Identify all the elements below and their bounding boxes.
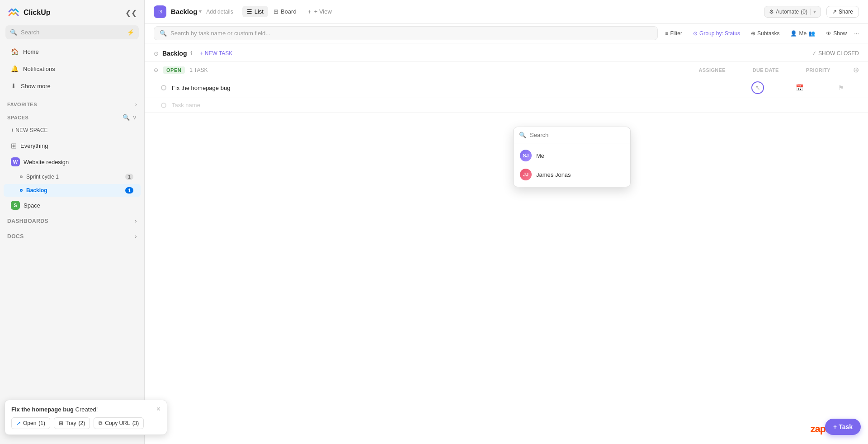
toast-open-count: (1) <box>38 420 45 426</box>
task-name: Fix the homepage bug <box>172 85 734 91</box>
board-icon: ⊞ <box>274 8 278 15</box>
more-options-button[interactable]: ··· <box>854 30 859 37</box>
sprint-dot-icon <box>20 175 23 178</box>
main-content: ⊡ Backlog ▾ Add details ☰ List ⊞ Board ＋… <box>145 0 868 444</box>
add-column-button[interactable]: ⊕ <box>853 66 859 74</box>
sidebar-item-sprint-cycle[interactable]: Sprint cycle 1 1 <box>4 170 141 183</box>
new-space-button[interactable]: + NEW SPACE <box>4 124 141 136</box>
person-icon: 👤 <box>790 30 797 37</box>
add-details-link[interactable]: Add details <box>206 9 233 15</box>
spaces-label: SPACES <box>7 115 28 120</box>
toast-title: Fix the homepage bug Created! <box>11 406 98 414</box>
sidebar: ClickUp ❮❮ 🔍 Search ⚡ 🏠 Home 🔔 Notificat… <box>0 0 145 444</box>
show-closed-button[interactable]: ✓ SHOW CLOSED <box>812 50 859 57</box>
task-group-header: ⊙ OPEN 1 TASK ASSIGNEE DUE DATE PRIORITY… <box>145 61 868 78</box>
sidebar-item-show-more[interactable]: ⬇ Show more <box>4 78 141 94</box>
task-row[interactable]: Task name <box>145 98 868 113</box>
group-collapse-icon[interactable]: ⊙ <box>154 67 158 73</box>
clickup-logo-icon <box>7 6 20 19</box>
share-label: Share <box>839 9 853 15</box>
add-view-icon: ＋ <box>307 8 312 16</box>
backlog-title: Backlog <box>171 8 197 15</box>
toast-copy-url-button[interactable]: ⧉ Copy URL (3) <box>94 417 144 429</box>
backlog-info-icon[interactable]: ℹ <box>190 50 193 57</box>
automate-count: (0) <box>801 9 807 15</box>
sidebar-item-space[interactable]: S Space <box>4 198 141 213</box>
toast-tray-button[interactable]: ⊞ Tray (2) <box>54 417 90 429</box>
task-status-dot <box>161 85 166 90</box>
bell-icon: 🔔 <box>11 65 19 72</box>
share-button[interactable]: ↗ Share <box>826 6 859 18</box>
filter-button[interactable]: ≡ Filter <box>661 28 686 38</box>
tab-list[interactable]: ☰ List <box>242 6 268 17</box>
assignee-list: SJ Me JJ James Jonas <box>514 143 630 187</box>
sidebar-header: ClickUp ❮❮ <box>0 0 144 25</box>
topbar-tabs: ☰ List ⊞ Board ＋ + View <box>242 5 336 18</box>
sidebar-item-home[interactable]: 🏠 Home <box>4 43 141 60</box>
me-button[interactable]: 👤 Me 👥 <box>787 28 819 38</box>
backlog-space-icon: ⊡ <box>154 5 166 18</box>
assignee-item-james-jonas[interactable]: JJ James Jonas <box>514 165 630 184</box>
backlog-collapse-icon[interactable]: ⊙ <box>154 50 159 57</box>
logo-area: ClickUp <box>7 6 51 19</box>
show-closed-label: SHOW CLOSED <box>818 50 859 57</box>
filter-icon: ≡ <box>665 30 668 37</box>
docs-section[interactable]: DOCS › <box>0 229 144 244</box>
dashboards-section[interactable]: DASHBOARDS › <box>0 213 144 229</box>
assignee-item-me[interactable]: SJ Me <box>514 146 630 165</box>
backlog-dot-icon <box>20 189 23 192</box>
show-more-label: Show more <box>21 83 51 90</box>
backlog-count: 1 <box>125 187 133 194</box>
show-button[interactable]: 👁 Show <box>822 28 850 38</box>
breadcrumb-title[interactable]: Backlog ▾ <box>171 8 202 15</box>
favorites-section-header: FAVORITES › <box>0 96 144 109</box>
home-icon: 🏠 <box>11 48 19 55</box>
sidebar-item-everything[interactable]: ⊞ Everything <box>4 138 141 153</box>
topbar-left: ⊡ Backlog ▾ Add details <box>154 5 233 18</box>
assignee-column-header: ASSIGNEE <box>699 67 726 73</box>
assignee-picker-button[interactable]: ↖ <box>751 81 764 94</box>
task-status-dot-placeholder <box>161 103 166 108</box>
task-due-cell[interactable]: 📅 <box>781 84 817 91</box>
toast-close-button[interactable]: × <box>156 406 160 413</box>
me-label: Me <box>799 30 807 37</box>
sidebar-collapse-button[interactable]: ❮❮ <box>125 9 137 17</box>
assignee-search-input[interactable] <box>530 132 625 138</box>
add-view-button[interactable]: ＋ + View <box>302 5 336 18</box>
backlog-label: Backlog <box>26 187 47 194</box>
subtasks-button[interactable]: ⊕ Subtasks <box>747 28 783 38</box>
toast-actions: ↗ Open (1) ⊞ Tray (2) ⧉ Copy URL (3) <box>11 417 160 429</box>
group-by-icon: ⊙ <box>693 30 698 37</box>
group-column-headers: ASSIGNEE DUE DATE PRIORITY <box>699 67 849 73</box>
james-jonas-avatar: JJ <box>520 169 532 180</box>
task-search-bar[interactable]: 🔍 Search by task name or custom field... <box>154 26 658 40</box>
sidebar-search[interactable]: 🔍 Search ⚡ <box>5 25 139 39</box>
search-bar-icon: 🔍 <box>160 30 167 37</box>
calendar-icon: 📅 <box>796 84 803 91</box>
task-priority-cell[interactable]: ⚑ <box>823 84 859 91</box>
spaces-search-button[interactable]: 🔍 <box>123 114 130 121</box>
tab-board[interactable]: ⊞ Board <box>269 6 301 17</box>
assignee-search-icon: 🔍 <box>519 132 526 138</box>
subtasks-label: Subtasks <box>757 30 779 37</box>
toast-open-button[interactable]: ↗ Open (1) <box>11 417 50 429</box>
automate-button[interactable]: ⚙ Automate (0) ▾ <box>764 6 821 18</box>
task-row[interactable]: Fix the homepage bug ↖ 📅 ⚑ <box>145 78 868 98</box>
website-redesign-icon: W <box>11 157 20 166</box>
add-task-fab[interactable]: + Task <box>825 419 861 435</box>
sidebar-item-notifications[interactable]: 🔔 Notifications <box>4 61 141 77</box>
spaces-expand-button[interactable]: ∨ <box>132 114 137 121</box>
sidebar-item-backlog[interactable]: Backlog 1 <box>4 184 141 197</box>
sprint-cycle-label: Sprint cycle 1 <box>26 174 59 180</box>
backlog-section-title: Backlog <box>162 50 187 57</box>
new-task-button[interactable]: + NEW TASK <box>196 49 236 58</box>
cursor-icon: ↖ <box>755 84 760 91</box>
group-task-count: 1 TASK <box>189 67 208 73</box>
filter-toolbar: 🔍 Search by task name or custom field...… <box>145 24 868 43</box>
due-date-column-header: DUE DATE <box>753 67 779 73</box>
list-icon: ☰ <box>247 8 252 15</box>
group-by-button[interactable]: ⊙ Group by: Status <box>689 28 744 38</box>
sidebar-item-website-redesign[interactable]: W Website redesign <box>4 154 141 170</box>
favorites-expand-button[interactable]: › <box>135 101 137 108</box>
add-view-label: + View <box>314 8 332 15</box>
